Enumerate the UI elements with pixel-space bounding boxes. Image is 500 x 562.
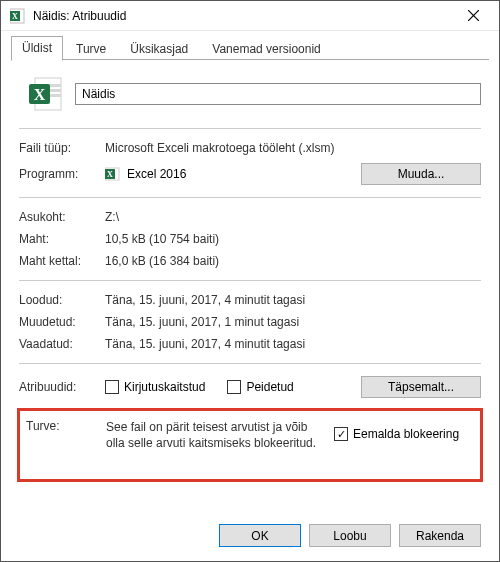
- size-label: Maht:: [19, 232, 105, 246]
- window-title: Näidis: Atribuudid: [33, 9, 453, 23]
- hidden-checkbox-wrap[interactable]: Peidetud: [227, 380, 293, 394]
- checkbox-unchecked-icon: [227, 380, 241, 394]
- hidden-label: Peidetud: [246, 380, 293, 394]
- close-icon: [468, 10, 479, 21]
- tab-security[interactable]: Turve: [65, 37, 117, 61]
- separator: [19, 280, 481, 281]
- modified-row: Muudetud: Täna, 15. juuni, 2017, 1 minut…: [19, 311, 481, 333]
- unblock-label: Eemalda blokeering: [353, 427, 459, 441]
- excel-app-icon: X: [105, 166, 121, 182]
- titlebar: X Näidis: Atribuudid: [1, 1, 499, 31]
- file-name-row: X: [19, 74, 481, 114]
- excel-file-icon: X: [9, 7, 27, 25]
- close-button[interactable]: [453, 3, 493, 29]
- readonly-label: Kirjutuskaitstud: [124, 380, 205, 394]
- checkbox-checked-icon: ✓: [334, 427, 348, 441]
- dialog-buttons: OK Loobu Rakenda: [219, 524, 481, 547]
- properties-dialog: X Näidis: Atribuudid Üldist Turve Üksika…: [0, 0, 500, 562]
- security-text: See fail on pärit teisest arvutist ja võ…: [106, 419, 334, 451]
- tab-general[interactable]: Üldist: [11, 36, 63, 61]
- attributes-label: Atribuudid:: [19, 380, 105, 394]
- security-label: Turve:: [26, 419, 106, 433]
- created-value: Täna, 15. juuni, 2017, 4 minutit tagasi: [105, 293, 481, 307]
- location-value: Z:\: [105, 210, 481, 224]
- opens-with-label: Programm:: [19, 167, 105, 181]
- created-row: Loodud: Täna, 15. juuni, 2017, 4 minutit…: [19, 289, 481, 311]
- file-type-label: Faili tüüp:: [19, 141, 105, 155]
- svg-text:X: X: [34, 86, 46, 103]
- accessed-value: Täna, 15. juuni, 2017, 4 minutit tagasi: [105, 337, 481, 351]
- security-row: Turve: See fail on pärit teisest arvutis…: [26, 419, 474, 451]
- cancel-button[interactable]: Loobu: [309, 524, 391, 547]
- location-row: Asukoht: Z:\: [19, 206, 481, 228]
- apply-button[interactable]: Rakenda: [399, 524, 481, 547]
- size-on-disk-row: Maht kettal: 16,0 kB (16 384 baiti): [19, 250, 481, 272]
- modified-value: Täna, 15. juuni, 2017, 1 minut tagasi: [105, 315, 481, 329]
- attributes-row: Atribuudid: Kirjutuskaitstud Peidetud Tä…: [19, 372, 481, 402]
- excel-file-large-icon: X: [19, 74, 75, 114]
- file-type-row: Faili tüüp: Microsoft Exceli makrotoega …: [19, 137, 481, 159]
- advanced-button[interactable]: Täpsemalt...: [361, 376, 481, 398]
- svg-text:X: X: [12, 11, 18, 20]
- tab-previous-versions[interactable]: Vanemad versioonid: [201, 37, 332, 61]
- accessed-label: Vaadatud:: [19, 337, 105, 351]
- tab-strip: Üldist Turve Üksikasjad Vanemad versioon…: [1, 31, 499, 60]
- checkbox-unchecked-icon: [105, 380, 119, 394]
- location-label: Asukoht:: [19, 210, 105, 224]
- readonly-checkbox-wrap[interactable]: Kirjutuskaitstud: [105, 380, 205, 394]
- size-value: 10,5 kB (10 754 baiti): [105, 232, 481, 246]
- unblock-checkbox-wrap[interactable]: ✓ Eemalda blokeering: [334, 419, 474, 441]
- opens-with-value: Excel 2016: [127, 167, 361, 181]
- tab-details[interactable]: Üksikasjad: [119, 37, 199, 61]
- opens-with-row: Programm: X Excel 2016 Muuda...: [19, 159, 481, 189]
- size-on-disk-label: Maht kettal:: [19, 254, 105, 268]
- modified-label: Muudetud:: [19, 315, 105, 329]
- separator: [19, 363, 481, 364]
- security-highlight: Turve: See fail on pärit teisest arvutis…: [17, 408, 483, 482]
- ok-button[interactable]: OK: [219, 524, 301, 547]
- separator: [19, 128, 481, 129]
- svg-text:X: X: [107, 170, 113, 179]
- change-button[interactable]: Muuda...: [361, 163, 481, 185]
- file-type-value: Microsoft Exceli makrotoega tööleht (.xl…: [105, 141, 481, 155]
- accessed-row: Vaadatud: Täna, 15. juuni, 2017, 4 minut…: [19, 333, 481, 355]
- size-row: Maht: 10,5 kB (10 754 baiti): [19, 228, 481, 250]
- file-name-input[interactable]: [75, 83, 481, 105]
- created-label: Loodud:: [19, 293, 105, 307]
- size-on-disk-value: 16,0 kB (16 384 baiti): [105, 254, 481, 268]
- separator: [19, 197, 481, 198]
- tab-content: X Faili tüüp: Microsoft Exceli makrotoeg…: [1, 60, 499, 482]
